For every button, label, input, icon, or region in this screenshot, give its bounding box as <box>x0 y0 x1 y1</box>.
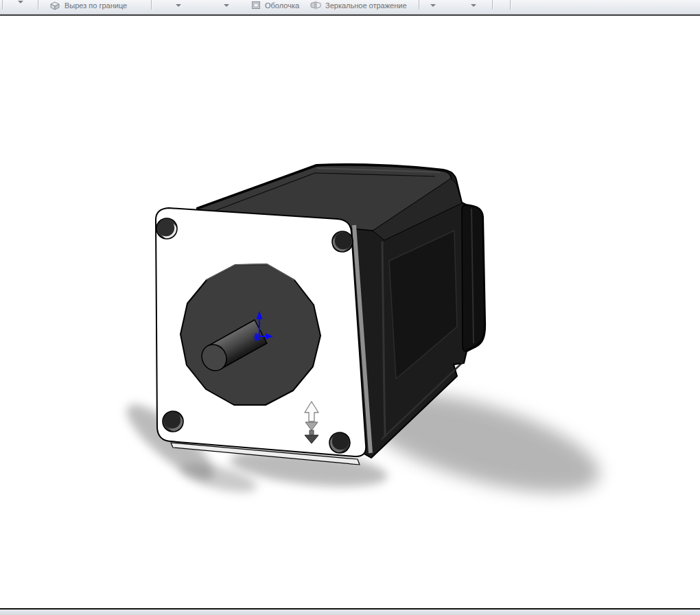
features-toolbar: Вырез по границе Оболочка Зерка <box>0 0 700 14</box>
graphics-area[interactable] <box>0 16 700 608</box>
flyout-caret[interactable] <box>224 4 229 7</box>
mounting-hole <box>329 432 350 453</box>
boundary-cut-label: Вырез по границе <box>65 1 127 10</box>
mounting-hole <box>163 411 183 432</box>
mirror-button[interactable]: Зеркальное отражение <box>310 0 407 10</box>
toolbar-separator <box>510 0 511 10</box>
toolbar-separator <box>419 0 420 10</box>
flyout-caret[interactable] <box>18 1 23 3</box>
boundary-cut-icon <box>49 1 60 10</box>
solidworks-window: Вырез по границе Оболочка Зерка <box>0 0 700 615</box>
mounting-hole <box>332 231 353 252</box>
flyout-caret[interactable] <box>176 4 181 7</box>
mounting-hole <box>156 218 177 239</box>
status-bar <box>0 610 700 615</box>
mirror-icon <box>310 1 321 10</box>
flyout-caret[interactable] <box>471 4 476 7</box>
toolbar-separator <box>151 0 152 10</box>
flyout-caret[interactable] <box>430 4 436 7</box>
toolbar-separator <box>2 0 3 10</box>
toolbar-separator <box>38 0 39 10</box>
shell-label: Оболочка <box>265 1 299 10</box>
mirror-label: Зеркальное отражение <box>325 1 407 10</box>
toolbar-separator <box>492 0 493 10</box>
shell-button[interactable]: Оболочка <box>251 0 299 10</box>
shell-icon <box>251 1 261 10</box>
model-canvas <box>0 16 700 608</box>
boundary-cut-button[interactable]: Вырез по границе <box>49 0 127 10</box>
